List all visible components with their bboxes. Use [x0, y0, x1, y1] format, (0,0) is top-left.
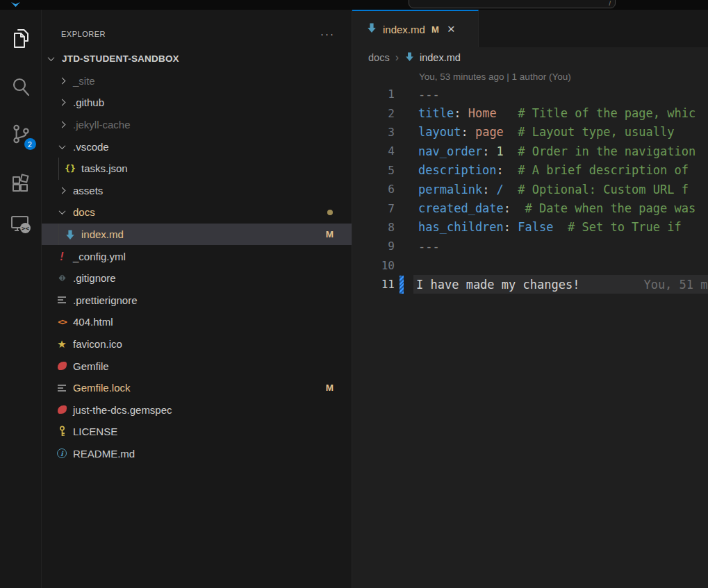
- svg-text:><: ><: [22, 225, 29, 232]
- breadcrumb: docs › index.md: [352, 47, 708, 68]
- tree-item-label: .prettierignore: [73, 294, 138, 306]
- chevron-down-icon: [54, 144, 69, 149]
- gutter-modified-indicator: [400, 276, 404, 294]
- tree-item-jtd-student-sandbox[interactable]: JTD-STUDENT-SANDBOX: [42, 48, 352, 70]
- code-line-1[interactable]: 1---: [352, 85, 708, 103]
- code-text: ---: [418, 240, 440, 253]
- code-line-7[interactable]: 7created_date: # Date when the page was: [352, 199, 708, 217]
- modified-badge: M: [326, 229, 334, 240]
- source-control-icon[interactable]: 2: [4, 118, 38, 151]
- chevron-right-icon: [54, 100, 69, 105]
- code-line-10[interactable]: 10: [352, 256, 708, 275]
- star-icon: ★: [54, 338, 69, 351]
- tree-item-jekyll-cache[interactable]: .jekyll-cache: [42, 114, 352, 136]
- html-icon: <>: [54, 317, 69, 327]
- code-text: I have made my changes!You, 51 m: [416, 278, 708, 292]
- json-braces-icon: {}: [63, 163, 78, 174]
- code-line-6[interactable]: 6permalink: / # Optional: Custom URL f: [352, 180, 708, 199]
- tree-item-license[interactable]: LICENSE: [42, 421, 352, 443]
- modified-dot-badge: [327, 210, 333, 215]
- key-icon: [54, 426, 69, 437]
- indent-guide: [58, 158, 59, 180]
- source-control-badge: 2: [24, 138, 36, 150]
- breadcrumb-file[interactable]: index.md: [420, 52, 461, 63]
- line-number: 2: [352, 107, 395, 120]
- tab-label: index.md: [383, 24, 425, 35]
- code-text: created_date: # Date when the page was: [418, 201, 695, 215]
- line-number: 11: [352, 278, 395, 291]
- tree-item-label: 404.html: [73, 316, 113, 328]
- extensions-icon[interactable]: [4, 167, 38, 200]
- tree-item-vscode[interactable]: .vscode: [42, 135, 352, 158]
- command-center-searchbox[interactable]: /: [409, 0, 616, 8]
- command-center-hint: /: [609, 0, 611, 7]
- info-icon: i: [54, 448, 69, 458]
- yaml-excl-icon: !: [54, 250, 69, 263]
- more-actions-icon[interactable]: ···: [320, 31, 335, 37]
- tree-item-label: .github: [73, 96, 104, 108]
- line-number: 1: [352, 87, 395, 101]
- search-icon[interactable]: [4, 71, 38, 104]
- remote-explorer-icon[interactable]: ><: [4, 207, 38, 240]
- close-icon[interactable]: ×: [447, 24, 455, 35]
- markdown-icon: [404, 51, 415, 65]
- tree-item-gitignore[interactable]: .gitignore: [42, 267, 352, 289]
- chevron-right-icon: [54, 122, 69, 127]
- gutter-spacer: [400, 218, 406, 236]
- code-text: title: Home # Title of the page, whic: [418, 106, 695, 120]
- tree-item-prettierignore[interactable]: .prettierignore: [42, 289, 352, 312]
- tree-item-label: just-the-dcs.gemspec: [73, 404, 172, 416]
- gitlens-file-blame: You, 53 minutes ago | 1 author (You): [352, 68, 708, 85]
- tab-strip: index.md M ×: [352, 10, 708, 47]
- tree-item-assets[interactable]: assets: [42, 180, 352, 202]
- tree-item-label: .vscode: [73, 141, 109, 153]
- title-bar: /: [0, 0, 708, 10]
- tree-item-just-the-dcs-gemspec[interactable]: just-the-dcs.gemspec: [42, 399, 352, 421]
- tree-item-label: LICENSE: [73, 426, 117, 437]
- gutter-spacer: [400, 104, 406, 122]
- modified-badge: M: [326, 383, 334, 393]
- tree-item-label: .jekyll-cache: [73, 119, 131, 131]
- tree-item-index-md[interactable]: index.mdM: [42, 224, 352, 246]
- activity-bar: 2 ><: [0, 10, 42, 588]
- tree-item-label: Gemfile: [73, 360, 109, 372]
- tree-item-readme-md[interactable]: iREADME.md: [42, 443, 352, 465]
- code-line-4[interactable]: 4nav_order: 1 # Order in the navigation: [352, 142, 708, 160]
- markdown-icon: [366, 22, 377, 36]
- gutter-spacer: [400, 237, 406, 255]
- chevron-down-icon: [54, 210, 69, 215]
- code-line-5[interactable]: 5description: # A brief description of: [352, 161, 708, 180]
- tab-index-md[interactable]: index.md M ×: [352, 10, 479, 47]
- line-number: 5: [352, 164, 395, 177]
- breadcrumb-folder[interactable]: docs: [368, 52, 390, 63]
- tree-item-label: _config.yml: [73, 251, 126, 262]
- tree-item-label: docs: [73, 206, 95, 218]
- line-number: 4: [352, 144, 395, 158]
- tree-item-config-yml[interactable]: !_config.yml: [42, 245, 352, 267]
- code-line-11[interactable]: 11I have made my changes!You, 51 m: [352, 275, 708, 294]
- code-line-3[interactable]: 3layout: page # Layout type, usually: [352, 123, 708, 142]
- tree-item-label: favicon.ico: [73, 338, 122, 350]
- code-line-2[interactable]: 2title: Home # Title of the page, whic: [352, 103, 708, 122]
- code-text: layout: page # Layout type, usually: [418, 125, 682, 139]
- tree-item-gemfile[interactable]: Gemfile: [42, 355, 352, 377]
- tree-item-404-html[interactable]: <>404.html: [42, 311, 352, 333]
- tree-item-gemfile-lock[interactable]: Gemfile.lockM: [42, 377, 352, 399]
- tree-item-label: README.md: [73, 448, 135, 460]
- chevron-down-icon: [43, 56, 58, 61]
- tree-item-tasks-json[interactable]: {}tasks.json: [42, 158, 352, 180]
- line-number: 6: [352, 183, 395, 196]
- code-line-8[interactable]: 8has_children: False # Set to True if: [352, 218, 708, 237]
- line-number: 8: [352, 221, 395, 234]
- explorer-icon[interactable]: [4, 22, 38, 56]
- tree-item-docs[interactable]: docs: [42, 201, 352, 224]
- code-line-9[interactable]: 9---: [352, 237, 708, 255]
- tree-item-label: .gitignore: [73, 272, 116, 284]
- line-number: 3: [352, 126, 395, 139]
- tab-modified-badge: M: [431, 24, 439, 35]
- tree-item-favicon-ico[interactable]: ★favicon.ico: [42, 333, 352, 355]
- editor-group: index.md M × docs › index.md You, 53 min…: [352, 10, 708, 588]
- tree-item-site[interactable]: _site: [42, 70, 352, 92]
- tree-item-github[interactable]: .github: [42, 92, 352, 114]
- sidebar-header: EXPLORER ···: [42, 10, 352, 48]
